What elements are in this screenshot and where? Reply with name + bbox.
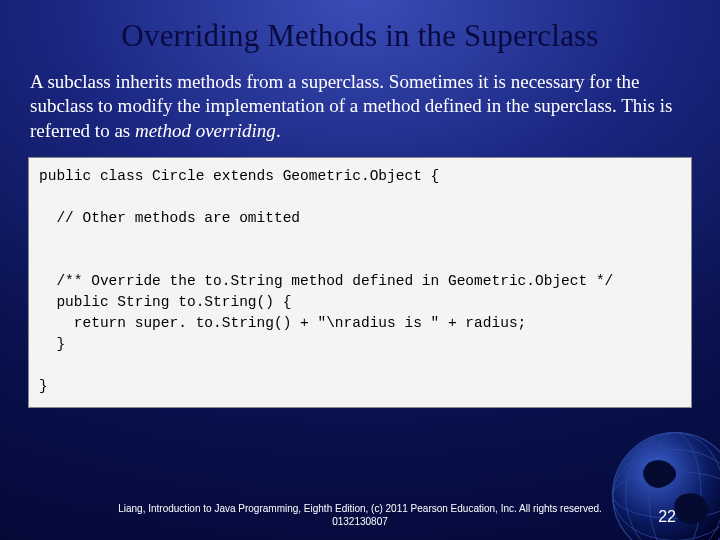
slide-title: Overriding Methods in the Superclass xyxy=(28,18,692,54)
body-suffix: . xyxy=(276,120,281,141)
body-prefix: A subclass inherits methods from a super… xyxy=(30,71,672,141)
code-line: } xyxy=(39,378,48,394)
slide: Overriding Methods in the Superclass A s… xyxy=(0,0,720,540)
body-emphasis: method overriding xyxy=(135,120,276,141)
code-line: } xyxy=(39,336,65,352)
code-block: public class Circle extends Geometric.Ob… xyxy=(28,157,692,408)
code-line: /** Override the to.String method define… xyxy=(39,273,613,289)
code-line: // Other methods are omitted xyxy=(39,210,300,226)
slide-body: A subclass inherits methods from a super… xyxy=(28,70,692,143)
code-line: public class Circle extends Geometric.Ob… xyxy=(39,168,439,184)
code-line: return super. to.String() + "\nradius is… xyxy=(39,315,526,331)
footer-citation: Liang, Introduction to Java Programming,… xyxy=(0,503,720,528)
page-number: 22 xyxy=(658,508,676,526)
code-line: public String to.String() { xyxy=(39,294,291,310)
